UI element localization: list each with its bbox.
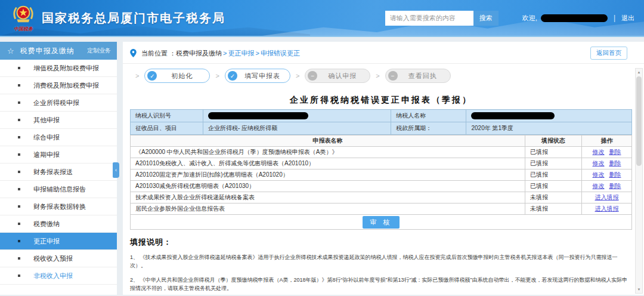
china-tax-emblem-icon	[12, 4, 35, 25]
step-wrap: > − 查看回执	[370, 69, 450, 83]
step-pill[interactable]: − 确认申报	[305, 69, 370, 83]
row-action-link[interactable]: 修改	[593, 149, 605, 155]
sidebar-header[interactable]: ☆ 税费申报及缴纳 定制业务	[0, 42, 117, 60]
row-action-link[interactable]: 删除	[609, 183, 621, 189]
bullet-square-icon	[18, 101, 20, 104]
bullet-square-icon	[18, 171, 20, 173]
sidebar-item[interactable]: 增值税及附加税费申报	[0, 60, 117, 77]
redacted-username	[541, 14, 608, 22]
form-name-cell: A201030减免所得税优惠明细表（A201030）	[131, 181, 525, 192]
row-action-link[interactable]: 删除	[609, 171, 621, 178]
form-area: 企业所得税纳税错误更正申报表（季报） 纳税人识别号 纳税人名称	[123, 95, 644, 295]
customize-business-link[interactable]: 定制业务	[87, 47, 111, 55]
row-action-link[interactable]: 进入填报	[595, 205, 619, 212]
row-action-link[interactable]: 修改	[593, 183, 605, 189]
breadcrumb-link-error-correction[interactable]: 申报错误更正	[261, 49, 300, 58]
back-home-button[interactable]: 返回首页	[590, 47, 627, 60]
review-button[interactable]: 审 核	[363, 216, 399, 229]
row-action-link[interactable]: 修改	[593, 171, 605, 178]
sidebar-item[interactable]: 更正申报	[0, 233, 117, 250]
row-action-link[interactable]: 进入填报	[595, 194, 619, 201]
form-name-cell: 居民企业参股外国企业信息报告表	[131, 204, 525, 215]
col-status: 填报状态	[525, 135, 582, 147]
actions-cell: 进入填报	[582, 204, 632, 215]
step-status-icon: ✓	[228, 71, 237, 81]
search-button[interactable]: 搜索	[473, 11, 499, 26]
sidebar: ☆ 税费申报及缴纳 定制业务 增值税及附加税费申报 消费税及附加税费申报	[0, 42, 117, 295]
sidebar-item[interactable]: 逾期申报	[0, 146, 117, 164]
site-title: 国家税务总局厦门市电子税务局	[42, 10, 225, 26]
step-status-icon: −	[388, 71, 398, 81]
sidebar-collapse-button[interactable]: ‹	[113, 162, 119, 178]
actions-cell: 修改删除	[582, 169, 632, 181]
chevron-left-icon: ‹	[115, 168, 117, 173]
bullet-square-icon	[18, 188, 20, 190]
step-separator: >	[376, 72, 379, 79]
step-pill[interactable]: − 查看回执	[385, 69, 451, 83]
sidebar-item-label: 消费税及附加税费申报	[33, 81, 99, 90]
logout-link[interactable]: 退出	[621, 14, 634, 23]
form-name-cell: A201020固定资产加速折旧(扣除)优惠明细表（A201020）	[131, 169, 525, 181]
step-pill[interactable]: ✓ 填写申报表	[225, 69, 290, 83]
status-cell: 已填报	[525, 147, 582, 158]
col-action: 操作	[582, 135, 632, 147]
breadcrumb-separator: >	[256, 50, 259, 57]
body-wrap: ☆ 税费申报及缴纳 定制业务 增值税及附加税费申报 消费税及附加税费申报	[0, 37, 644, 295]
sidebar-item[interactable]: 财务报表数据转换	[0, 198, 117, 215]
scroll-up-arrow[interactable]: ▲	[636, 69, 642, 76]
sidebar-item[interactable]: 企业所得税申报	[0, 94, 117, 112]
notes-title: 填报说明：	[130, 237, 632, 248]
sidebar-item[interactable]: 申报辅助信息报告	[0, 181, 117, 198]
welcome-label: 欢迎,	[522, 14, 537, 23]
sidebar-item[interactable]: 税费缴纳	[0, 215, 117, 233]
info-row: 纳税人识别号 纳税人名称	[131, 110, 632, 122]
notes-section: 填报说明： 1、 《技术成果投资入股企业所得税递延纳税备案表》适用于执行企业所得…	[130, 237, 632, 295]
scrollbar-thumb[interactable]	[636, 76, 642, 166]
form-name-cell: 《A200000 中华人民共和国企业所得税月（季）度预缴纳税申报表（A类）》	[131, 147, 525, 158]
sidebar-item-label: 其他申报	[33, 116, 60, 125]
sidebar-item-label: 财务报表报送	[33, 168, 73, 177]
step-status-icon: −	[308, 71, 317, 81]
star-icon: ☆	[7, 47, 14, 55]
row-action-link[interactable]: 删除	[609, 149, 621, 155]
step-separator: >	[135, 72, 139, 79]
scrollbar[interactable]: ▲ ▼	[635, 68, 643, 294]
sidebar-item[interactable]: 消费税及附加税费申报	[0, 77, 117, 94]
declaration-forms-table: 申报表名称 填报状态 操作 《A200000 中华人民共和国企业所得税月（季）度…	[130, 135, 632, 215]
sidebar-item[interactable]: 税收收入预报	[0, 250, 117, 267]
table-row: A201020固定资产加速折旧(扣除)优惠明细表（A201020） 已填报 修改…	[131, 169, 632, 181]
step-label: 初始化	[160, 72, 203, 81]
taxpayer-id-value	[203, 110, 391, 122]
scroll-down-arrow[interactable]: ▼	[636, 286, 642, 293]
search-input[interactable]	[385, 11, 473, 26]
sidebar-item[interactable]: 综合申报	[0, 129, 117, 146]
bullet-square-icon	[18, 223, 20, 225]
sidebar-item-label: 更正申报	[33, 237, 60, 246]
table-header-row: 申报表名称 填报状态 操作	[131, 135, 632, 147]
sidebar-item-label: 税费缴纳	[33, 220, 60, 229]
step-label: 确认申报	[321, 72, 364, 81]
table-row: A201030减免所得税优惠明细表（A201030） 已填报 修改删除	[131, 181, 632, 192]
actions-cell: 修改删除	[582, 147, 632, 158]
breadcrumb-location-label: 当前位置 ：	[141, 49, 176, 58]
table-row: A201010免税收入、减计收入、所得减免等优惠明细表（A201010） 已填报…	[131, 158, 632, 169]
breadcrumb-root: 税费申报及缴纳	[176, 49, 222, 58]
logo-caption: 中国税务	[14, 26, 33, 32]
sidebar-item[interactable]: 非税收入申报	[0, 267, 117, 285]
sidebar-item[interactable]: 其他申报	[0, 112, 117, 129]
table-row: 居民企业参股外国企业信息报告表 未填报 进入填报	[131, 204, 632, 215]
note-item: 1、 《技术成果投资入股企业所得税递延纳税备案表》适用于执行企业所得税技术成果投…	[130, 254, 632, 270]
review-row: 审 核	[130, 215, 632, 230]
step-pill[interactable]: ✓ 初始化	[144, 69, 210, 83]
main-content: 当前位置 ： 税费申报及缴纳 > 更正申报 > 申报错误更正 返回首页 > ✓ …	[123, 42, 644, 295]
row-action-link[interactable]: 修改	[593, 160, 605, 166]
table-row: 技术成果投资入股企业所得税递延纳税备案表 未填报 进入填报	[131, 192, 632, 204]
row-action-link[interactable]: 删除	[609, 160, 621, 166]
bullet-square-icon	[18, 240, 20, 242]
sidebar-item[interactable]: 财务报表报送	[0, 164, 117, 181]
step-label: 查看回执	[401, 72, 444, 81]
form-name-cell: 技术成果投资入股企业所得税递延纳税备案表	[131, 192, 525, 204]
status-cell: 未填报	[525, 204, 582, 215]
step-label: 填写申报表	[241, 72, 284, 81]
breadcrumb-link-correction[interactable]: 更正申报	[228, 49, 255, 58]
